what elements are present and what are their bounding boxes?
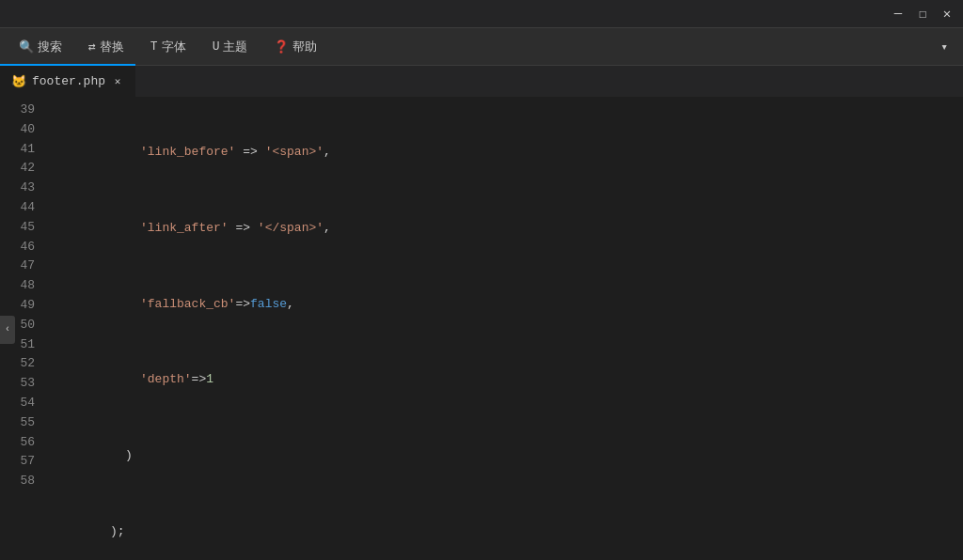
- replace-toolbar-item[interactable]: ⇄ 替换: [77, 35, 135, 59]
- line-num-46: 46: [19, 238, 35, 257]
- maximize-button[interactable]: ☐: [914, 6, 931, 23]
- line-num-58: 58: [19, 472, 35, 491]
- help-icon: ❓: [274, 39, 289, 54]
- line-num-51: 51: [19, 335, 35, 355]
- minimize-button[interactable]: ─: [890, 6, 907, 23]
- code-content[interactable]: 'link_before' => '<span>', 'link_after' …: [42, 99, 963, 560]
- collapse-arrow[interactable]: ‹: [0, 316, 15, 344]
- code-line-42: 'depth'=>1: [42, 370, 963, 390]
- code-line-39: 'link_before' => '<span>',: [42, 143, 963, 163]
- editor: ‹ 39 40 41 42 43 44 45 46 47 48 49 50 51…: [0, 99, 963, 560]
- line-num-45: 45: [19, 218, 35, 238]
- code-line-41: 'fallback_cb'=>false,: [42, 295, 963, 315]
- search-toolbar-item[interactable]: 🔍 搜索: [8, 35, 73, 59]
- code-line-44: );: [42, 522, 963, 542]
- close-button[interactable]: ✕: [939, 6, 955, 23]
- replace-label: 替换: [100, 39, 124, 55]
- line-num-57: 57: [19, 452, 35, 472]
- theme-toolbar-item[interactable]: U 主题: [201, 35, 260, 59]
- tabbar: 🐱 footer.php ✕: [0, 66, 963, 99]
- titlebar: ─ ☐ ✕: [0, 0, 963, 28]
- font-icon: T: [150, 39, 158, 54]
- line-num-43: 43: [19, 179, 35, 198]
- replace-icon: ⇄: [88, 39, 96, 54]
- tab-footer-php[interactable]: 🐱 footer.php ✕: [0, 64, 135, 97]
- font-toolbar-item[interactable]: T 字体: [139, 35, 197, 59]
- code-line-43: ): [42, 446, 963, 466]
- font-label: 字体: [162, 39, 186, 55]
- line-num-52: 52: [19, 354, 35, 374]
- code-line-40: 'link_after' => '</span>',: [42, 219, 963, 239]
- line-num-44: 44: [19, 198, 35, 218]
- line-num-55: 55: [19, 413, 35, 433]
- line-num-56: 56: [19, 433, 35, 453]
- line-num-48: 48: [19, 276, 35, 296]
- line-num-53: 53: [19, 374, 35, 394]
- line-num-39: 39: [19, 101, 35, 120]
- line-num-50: 50: [19, 316, 35, 335]
- help-label: 帮助: [292, 39, 317, 55]
- line-num-49: 49: [19, 296, 35, 316]
- line-num-47: 47: [19, 257, 35, 276]
- search-label: 搜索: [38, 39, 62, 55]
- search-icon: 🔍: [19, 39, 34, 54]
- line-num-42: 42: [19, 159, 35, 179]
- line-num-41: 41: [19, 140, 35, 160]
- line-num-40: 40: [19, 120, 35, 140]
- tab-close-button[interactable]: ✕: [111, 75, 124, 88]
- help-toolbar-item[interactable]: ❓ 帮助: [262, 35, 328, 59]
- tab-file-icon: 🐱: [11, 74, 26, 89]
- toolbar: 🔍 搜索 ⇄ 替换 T 字体 U 主题 ❓ 帮助 ▾: [0, 28, 963, 66]
- toolbar-chevron[interactable]: ▾: [933, 36, 955, 58]
- tab-filename: footer.php: [32, 74, 105, 88]
- line-num-54: 54: [19, 394, 35, 413]
- theme-label: 主题: [223, 39, 247, 55]
- theme-icon: U: [213, 39, 220, 54]
